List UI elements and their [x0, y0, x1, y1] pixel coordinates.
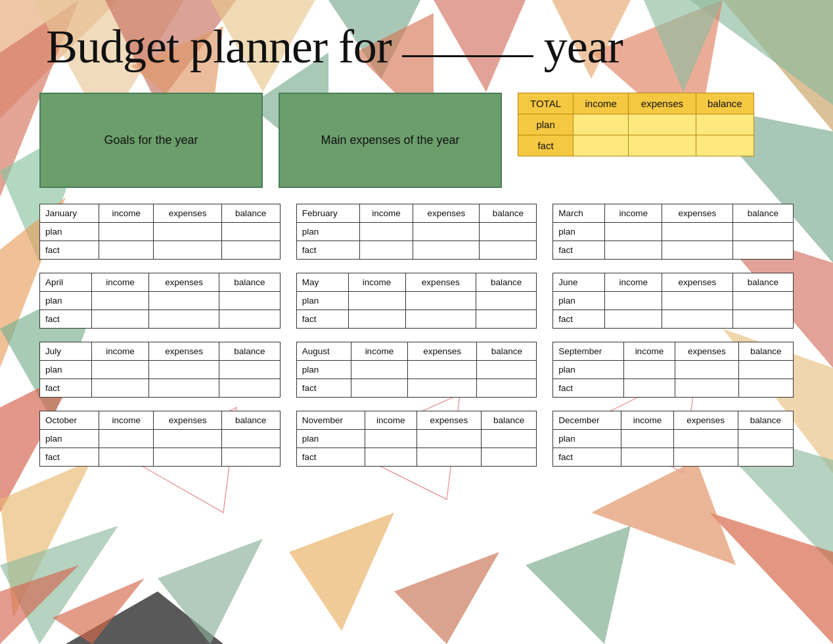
data-cell-plan-2[interactable] — [482, 430, 537, 448]
data-cell-fact-0[interactable] — [351, 379, 408, 398]
month-table-november: Novemberincomeexpensesbalanceplanfact — [296, 411, 537, 467]
data-cell-plan-2[interactable] — [738, 430, 793, 448]
month-header-income: income — [91, 273, 148, 292]
data-cell-plan-0[interactable] — [623, 361, 675, 379]
data-cell-plan-1[interactable] — [407, 361, 477, 379]
data-cell-plan-0[interactable] — [621, 430, 673, 448]
row-label-fact: fact — [553, 310, 605, 329]
data-cell-fact-2[interactable] — [477, 379, 537, 398]
data-cell-fact-2[interactable] — [482, 448, 537, 467]
data-cell-fact-2[interactable] — [738, 379, 793, 398]
data-cell-plan-1[interactable] — [148, 361, 219, 379]
data-cell-fact-0[interactable] — [99, 448, 154, 467]
month-header-balance: balance — [221, 204, 280, 223]
data-cell-fact-1[interactable] — [148, 310, 219, 329]
data-cell-fact-0[interactable] — [623, 379, 675, 398]
total-cell-plan-1[interactable] — [629, 114, 696, 135]
data-cell-plan-0[interactable] — [365, 430, 416, 448]
data-cell-plan-0[interactable] — [91, 292, 148, 310]
data-cell-plan-1[interactable] — [662, 223, 732, 241]
data-cell-plan-2[interactable] — [480, 223, 537, 241]
data-cell-plan-1[interactable] — [154, 430, 221, 448]
data-cell-plan-2[interactable] — [221, 223, 280, 241]
data-cell-fact-2[interactable] — [738, 448, 793, 467]
data-cell-plan-1[interactable] — [675, 361, 739, 379]
data-cell-fact-1[interactable] — [154, 241, 221, 260]
data-cell-plan-2[interactable] — [732, 292, 793, 310]
data-cell-plan-2[interactable] — [732, 223, 793, 241]
data-cell-plan-2[interactable] — [221, 430, 280, 448]
data-cell-plan-0[interactable] — [605, 223, 662, 241]
data-cell-fact-1[interactable] — [413, 241, 480, 260]
data-cell-fact-2[interactable] — [732, 241, 793, 260]
title-suffix: year — [544, 20, 623, 74]
row-label-fact: fact — [296, 448, 365, 467]
month-name-july: July — [40, 342, 92, 361]
data-cell-plan-1[interactable] — [148, 292, 219, 310]
data-cell-fact-0[interactable] — [605, 310, 662, 329]
data-cell-plan-0[interactable] — [351, 361, 408, 379]
month-header-balance: balance — [219, 342, 280, 361]
data-cell-fact-2[interactable] — [476, 310, 536, 329]
total-row-label-plan: plan — [518, 114, 574, 135]
data-cell-fact-1[interactable] — [662, 310, 732, 329]
svg-marker-22 — [394, 552, 499, 644]
data-cell-fact-0[interactable] — [605, 241, 662, 260]
data-cell-plan-0[interactable] — [99, 223, 154, 241]
month-header-income: income — [348, 273, 405, 292]
data-cell-fact-1[interactable] — [154, 448, 221, 467]
data-cell-plan-1[interactable] — [413, 223, 480, 241]
data-cell-fact-0[interactable] — [348, 310, 405, 329]
row-label-fact: fact — [296, 310, 348, 329]
data-cell-plan-2[interactable] — [219, 292, 280, 310]
row-label-plan: plan — [40, 361, 92, 379]
data-cell-plan-2[interactable] — [476, 292, 536, 310]
month-table-january: Januaryincomeexpensesbalanceplanfact — [39, 204, 281, 260]
data-cell-fact-0[interactable] — [91, 379, 148, 398]
data-cell-fact-2[interactable] — [480, 241, 537, 260]
data-cell-fact-0[interactable] — [621, 448, 673, 467]
data-cell-plan-1[interactable] — [416, 430, 481, 448]
data-cell-fact-1[interactable] — [148, 379, 219, 398]
data-cell-fact-2[interactable] — [732, 310, 793, 329]
data-cell-fact-0[interactable] — [365, 448, 416, 467]
data-cell-fact-2[interactable] — [219, 379, 280, 398]
data-cell-fact-2[interactable] — [221, 241, 280, 260]
data-cell-fact-2[interactable] — [219, 310, 280, 329]
data-cell-plan-0[interactable] — [605, 292, 662, 310]
month-name-november: November — [296, 411, 365, 430]
data-cell-plan-1[interactable] — [405, 292, 476, 310]
data-cell-fact-2[interactable] — [221, 448, 280, 467]
data-cell-fact-0[interactable] — [91, 310, 148, 329]
data-cell-fact-1[interactable] — [407, 379, 477, 398]
month-header-balance: balance — [738, 411, 793, 430]
data-cell-plan-2[interactable] — [219, 361, 280, 379]
data-cell-plan-1[interactable] — [154, 223, 221, 241]
data-cell-fact-1[interactable] — [662, 241, 732, 260]
goals-box: Goals for the year — [39, 93, 263, 188]
data-cell-fact-0[interactable] — [359, 241, 413, 260]
data-cell-plan-0[interactable] — [91, 361, 148, 379]
total-cell-fact-0[interactable] — [574, 135, 629, 156]
data-cell-plan-1[interactable] — [673, 430, 738, 448]
data-cell-plan-0[interactable] — [99, 430, 154, 448]
month-header-income: income — [621, 411, 673, 430]
row-label-plan: plan — [296, 292, 348, 310]
data-cell-fact-0[interactable] — [99, 241, 154, 260]
data-cell-fact-1[interactable] — [675, 379, 739, 398]
row-label-fact: fact — [553, 241, 605, 260]
total-cell-plan-0[interactable] — [574, 114, 629, 135]
data-cell-plan-1[interactable] — [662, 292, 732, 310]
data-cell-plan-2[interactable] — [738, 361, 793, 379]
data-cell-plan-0[interactable] — [359, 223, 413, 241]
total-cell-fact-1[interactable] — [629, 135, 696, 156]
data-cell-fact-1[interactable] — [405, 310, 476, 329]
total-cell-fact-2[interactable] — [696, 135, 754, 156]
month-name-june: June — [553, 273, 605, 292]
data-cell-plan-2[interactable] — [477, 361, 537, 379]
data-cell-fact-1[interactable] — [416, 448, 481, 467]
total-cell-plan-2[interactable] — [696, 114, 754, 135]
data-cell-fact-1[interactable] — [673, 448, 738, 467]
month-header-balance: balance — [480, 204, 537, 223]
data-cell-plan-0[interactable] — [348, 292, 405, 310]
